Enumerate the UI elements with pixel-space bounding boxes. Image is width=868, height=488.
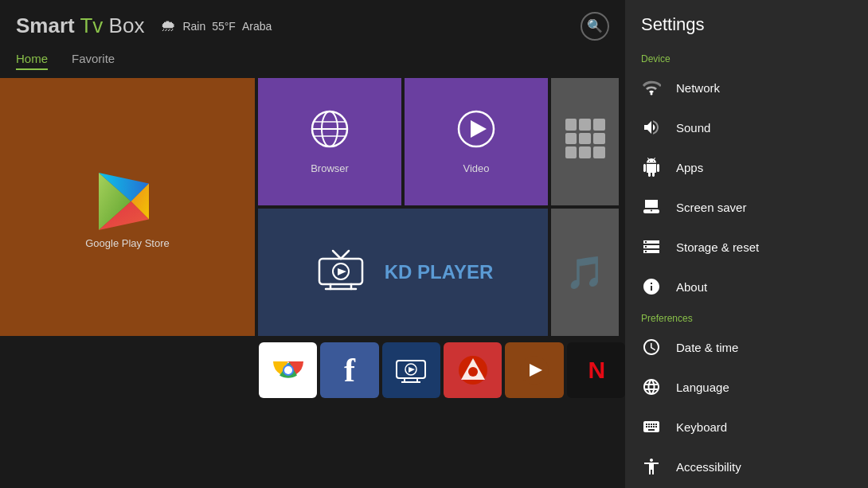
brand-title: Smart Tv Box: [16, 14, 144, 38]
weather-icon: 🌧: [160, 17, 176, 35]
about-label: About: [676, 280, 707, 294]
tab-favorite[interactable]: Favorite: [72, 52, 115, 70]
tile-kd-player[interactable]: KD PLAYER: [258, 209, 548, 336]
section-device: Device: [625, 47, 868, 68]
settings-item-screen-saver[interactable]: Screen saver: [625, 187, 868, 227]
icon-netflix[interactable]: N: [567, 342, 625, 398]
nav-tabs: Home Favorite: [0, 52, 625, 70]
datetime-label: Date & time: [676, 341, 738, 354]
svg-marker-10: [471, 120, 487, 138]
weather-condition: Rain: [182, 20, 205, 33]
wifi-icon: [641, 77, 662, 98]
settings-item-language[interactable]: Language: [625, 367, 868, 407]
brand-tv: Tv: [80, 14, 108, 37]
kd-player-content: KD PLAYER: [313, 239, 493, 306]
video-label: Video: [463, 162, 489, 174]
section-preferences: Preferences: [625, 306, 868, 327]
settings-item-sound[interactable]: Sound: [625, 107, 868, 147]
settings-item-about[interactable]: About: [625, 267, 868, 306]
tile-browser[interactable]: Browser: [258, 78, 401, 205]
storage-label: Storage & reset: [676, 240, 759, 254]
app-grid: Google Play Store Browser: [0, 78, 625, 339]
video-icon: [456, 109, 496, 156]
accessibility-label: Accessibility: [676, 460, 741, 474]
settings-item-accessibility[interactable]: Accessibility: [625, 447, 868, 486]
search-button[interactable]: 🔍: [581, 12, 609, 41]
svg-point-22: [284, 366, 292, 374]
browser-icon: [310, 109, 350, 156]
android-icon: [641, 157, 662, 178]
apps-grid-icon: [565, 119, 605, 158]
weather-temp: 55°F: [212, 20, 236, 33]
network-label: Network: [676, 81, 720, 95]
svg-line-11: [333, 251, 341, 259]
icon-aptoide[interactable]: [444, 342, 502, 398]
storage-icon: [641, 236, 662, 257]
tile-music[interactable]: 🎵: [551, 209, 619, 336]
music-icon: 🎵: [565, 254, 605, 291]
brand-smart: Smart: [16, 14, 75, 37]
settings-item-apps[interactable]: Apps: [625, 147, 868, 187]
settings-panel: Settings Device Network Sound: [625, 0, 868, 488]
svg-point-30: [468, 367, 478, 377]
icon-chrome[interactable]: [259, 342, 317, 398]
svg-point-33: [651, 93, 653, 96]
weather-area: 🌧 Rain 55°F Araba: [160, 17, 272, 35]
kd-player-label: KD PLAYER: [385, 261, 493, 283]
tile-video[interactable]: Video: [405, 78, 548, 205]
svg-marker-25: [409, 367, 415, 373]
settings-item-storage[interactable]: Storage & reset: [625, 227, 868, 267]
tab-home[interactable]: Home: [16, 52, 48, 70]
bottom-icons-row: f N: [0, 339, 625, 398]
sound-label: Sound: [676, 121, 710, 135]
icon-stremio[interactable]: [505, 342, 563, 398]
info-icon: [641, 276, 662, 297]
accessibility-icon: [641, 456, 662, 477]
settings-item-datetime[interactable]: Date & time: [625, 327, 868, 367]
weather-location: Araba: [242, 20, 272, 33]
tile-apps[interactable]: [551, 78, 619, 205]
main-area: Smart Tv Box 🌧 Rain 55°F Araba 🔍 Home Fa…: [0, 0, 625, 488]
language-label: Language: [676, 381, 729, 394]
icon-facebook[interactable]: f: [320, 342, 378, 398]
screen-saver-label: Screen saver: [676, 201, 746, 214]
top-bar: Smart Tv Box 🌧 Rain 55°F Araba 🔍: [0, 0, 625, 52]
icon-kdplayer-small[interactable]: [382, 342, 440, 398]
volume-icon: [641, 117, 662, 138]
svg-marker-15: [338, 268, 346, 275]
google-play-icon: [92, 166, 163, 237]
tile-google-play[interactable]: Google Play Store: [0, 78, 255, 336]
keyboard-label: Keyboard: [676, 420, 727, 434]
keyboard-icon: [641, 416, 662, 437]
svg-line-12: [341, 251, 349, 259]
language-icon: [641, 377, 662, 397]
clock-icon: [641, 337, 662, 357]
top-right: 🔍: [581, 12, 609, 41]
settings-item-keyboard[interactable]: Keyboard: [625, 407, 868, 447]
google-play-label: Google Play Store: [85, 237, 170, 249]
settings-item-network[interactable]: Network: [625, 68, 868, 107]
brand-box: Box: [109, 14, 145, 37]
browser-label: Browser: [311, 162, 349, 174]
settings-title: Settings: [625, 0, 868, 47]
screen-icon: [641, 197, 662, 217]
kd-tv-icon: [313, 239, 369, 306]
apps-label: Apps: [676, 161, 703, 174]
